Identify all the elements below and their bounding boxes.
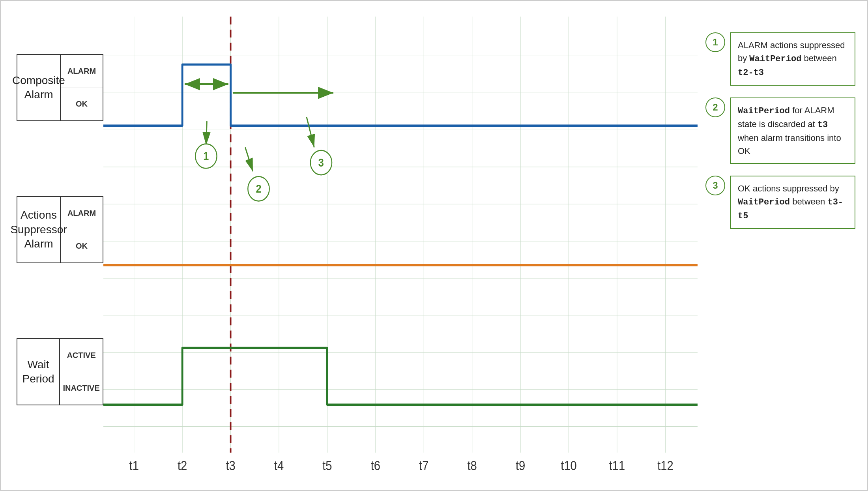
- composite-alarm-alarm-state: ALARM: [61, 55, 103, 88]
- svg-text:t2: t2: [178, 458, 187, 473]
- wait-period-states: ACTIVE INACTIVE: [60, 339, 103, 405]
- annotation-1-box: ALARM actions suppressed by WaitPeriod b…: [730, 32, 855, 86]
- suppressor-alarm-label: Actions Suppressor Alarm ALARM OK: [17, 196, 103, 263]
- chart-area: Composite Alarm ALARM OK Actions Suppres…: [17, 17, 698, 474]
- annotation-2-number: 2: [705, 97, 725, 117]
- composite-alarm-ok-state: OK: [61, 88, 103, 121]
- annotations-column: 1 ALARM actions suppressed by WaitPeriod…: [705, 17, 855, 474]
- suppressor-alarm-main: Actions Suppressor Alarm: [17, 197, 61, 262]
- svg-text:t10: t10: [561, 458, 576, 473]
- annotation-3-number: 3: [705, 176, 725, 195]
- wait-period-active-state: ACTIVE: [60, 339, 103, 372]
- suppressor-alarm-ok-state: OK: [61, 230, 103, 263]
- svg-text:t3: t3: [226, 458, 235, 473]
- annotation-2-box: WaitPeriod for ALARM state is discarded …: [730, 97, 855, 164]
- composite-alarm-label: Composite Alarm ALARM OK: [17, 54, 103, 121]
- annotation-1: 1 ALARM actions suppressed by WaitPeriod…: [705, 32, 855, 86]
- labels-column: Composite Alarm ALARM OK Actions Suppres…: [17, 17, 103, 474]
- composite-alarm-main: Composite Alarm: [17, 55, 61, 120]
- svg-text:3: 3: [318, 157, 324, 169]
- composite-alarm-states: ALARM OK: [61, 55, 103, 120]
- svg-text:t4: t4: [274, 458, 284, 473]
- annotation-3: 3 OK actions suppressed by WaitPeriod be…: [705, 176, 855, 229]
- grid-area: 1 2 3 t1 t2 t3 t4 t5 t6 t7 t8 t9: [103, 17, 698, 474]
- suppressor-alarm-alarm-state: ALARM: [61, 197, 103, 230]
- graph-section: 1 2 3 t1 t2 t3 t4 t5 t6 t7 t8 t9: [103, 17, 698, 474]
- main-container: Composite Alarm ALARM OK Actions Suppres…: [0, 0, 868, 491]
- svg-text:2: 2: [256, 183, 261, 195]
- svg-text:t11: t11: [609, 458, 625, 473]
- annotation-2: 2 WaitPeriod for ALARM state is discarde…: [705, 97, 855, 164]
- chart-svg: 1 2 3 t1 t2 t3 t4 t5 t6 t7 t8 t9: [103, 17, 698, 474]
- wait-period-main: Wait Period: [17, 339, 60, 405]
- wait-period-label: Wait Period ACTIVE INACTIVE: [17, 338, 103, 405]
- svg-text:t9: t9: [516, 458, 525, 473]
- svg-text:t6: t6: [371, 458, 380, 473]
- annotation-3-box: OK actions suppressed by WaitPeriod betw…: [730, 176, 855, 229]
- svg-line-31: [206, 121, 207, 145]
- suppressor-alarm-states: ALARM OK: [61, 197, 103, 262]
- annotation-1-number: 1: [705, 32, 725, 52]
- svg-text:t12: t12: [657, 458, 673, 473]
- wait-period-inactive-state: INACTIVE: [60, 372, 103, 405]
- svg-text:t1: t1: [129, 458, 139, 473]
- svg-text:t7: t7: [419, 458, 428, 473]
- svg-text:t5: t5: [322, 458, 332, 473]
- svg-text:1: 1: [203, 150, 209, 163]
- svg-text:t8: t8: [468, 458, 477, 473]
